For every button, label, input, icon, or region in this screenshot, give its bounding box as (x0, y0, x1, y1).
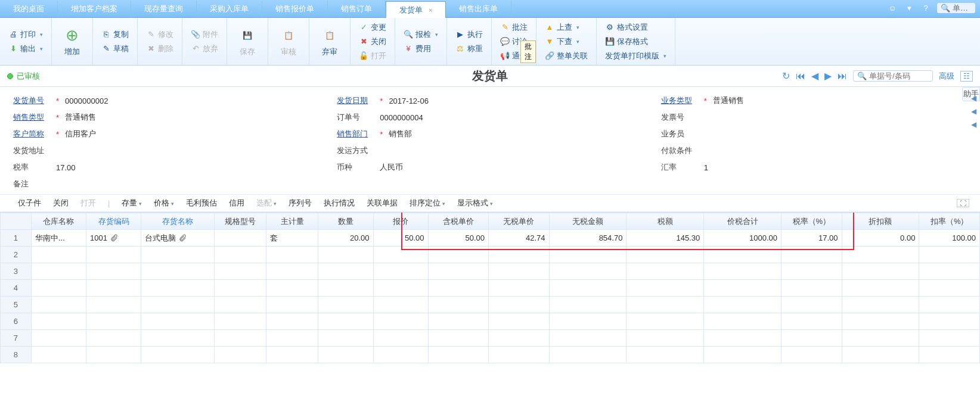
change-button[interactable]: ✓变更 (355, 21, 390, 34)
chevron-left-icon[interactable]: ◀ (971, 94, 976, 102)
sale-type-label: 销售类型 (13, 112, 50, 123)
draft-button[interactable]: ✎草稿 (98, 42, 132, 55)
format-set-button[interactable]: ⚙格式设置 (601, 21, 670, 34)
discuss-button[interactable]: 💬讨论 (497, 35, 531, 48)
tab-delivery[interactable]: 发货单× (386, 1, 446, 18)
col-header[interactable]: 规格型号 (214, 213, 266, 230)
prev-icon[interactable]: ◀ (811, 70, 818, 82)
sb-price-button[interactable]: 价格▾ (154, 198, 174, 208)
notify-button[interactable]: 📢通知 (497, 49, 531, 63)
tab-add-customer[interactable]: 增加客户档案 (58, 1, 131, 17)
help-icon[interactable]: ? (920, 2, 931, 13)
ship-no-label: 发货单号 (13, 95, 50, 106)
delete-button[interactable]: ✖删除 (142, 42, 177, 55)
discard-button[interactable]: ↶放弃 (187, 42, 222, 55)
tab-purchase-in[interactable]: 采购入库单 (197, 1, 262, 17)
col-header[interactable]: 扣率（%） (919, 213, 980, 230)
col-header[interactable]: 税额 (627, 213, 704, 230)
tab-stock-query[interactable]: 现存量查询 (131, 1, 197, 17)
save-button[interactable]: 💾保存 (232, 24, 263, 60)
print-button[interactable]: 🖨打印▾ (5, 28, 46, 41)
table-row[interactable]: 7 (1, 330, 980, 347)
table-row[interactable]: 3 (1, 263, 980, 280)
close-doc-button[interactable]: ✖关闭 (355, 35, 390, 48)
cost-button[interactable]: ¥费用 (400, 42, 442, 55)
col-header[interactable]: 价税合计 (704, 213, 781, 230)
global-search[interactable]: 🔍 (937, 3, 975, 13)
data-grid[interactable]: 仓库名称存货编码存货名称规格型号主计量数量报价含税单价无税单价无税金额税额价税合… (0, 213, 980, 363)
attach-button[interactable]: 📎附件 (187, 28, 222, 41)
down-button[interactable]: ▼下查▾ (541, 35, 591, 48)
open-doc-button[interactable]: 🔓打开 (355, 49, 390, 63)
next-icon[interactable]: ▶ (824, 70, 832, 82)
advanced-link[interactable]: 高级 (939, 71, 954, 82)
expand-icon[interactable]: ⛶ (957, 199, 969, 207)
sb-seq-button[interactable]: 序列号 (289, 198, 312, 208)
sb-exec-button[interactable]: 执行情况 (324, 198, 355, 208)
tab-desktop[interactable]: 我的桌面 (0, 1, 58, 17)
paperclip-icon: 📎 (191, 30, 200, 39)
add-button[interactable]: ⊕增加 (57, 24, 88, 60)
chevron-left-icon[interactable]: ◀ (971, 120, 976, 129)
col-header[interactable] (1, 213, 32, 230)
weigh-button[interactable]: ⚖称重 (452, 42, 486, 55)
smile-icon[interactable]: ☺ (887, 2, 898, 13)
doc-search[interactable]: 🔍 (853, 70, 933, 82)
col-header[interactable]: 无税单价 (489, 213, 550, 230)
tab-sale-out[interactable]: 销售出库单 (446, 1, 511, 17)
table-row[interactable]: 4 (1, 280, 980, 297)
sb-stock-button[interactable]: 存量▾ (122, 198, 142, 208)
global-search-input[interactable] (953, 4, 972, 13)
col-header[interactable]: 折扣额 (842, 213, 919, 230)
table-row[interactable]: 2 (1, 247, 980, 263)
col-header[interactable]: 数量 (318, 213, 373, 230)
grid-icon[interactable]: ☷ (960, 71, 973, 82)
table-row[interactable]: 5 (1, 297, 980, 313)
chevron-left-icon[interactable]: ◀ (971, 107, 976, 116)
close-icon[interactable]: × (429, 7, 432, 14)
sb-credit-button[interactable]: 信用 (229, 198, 244, 208)
chevron-down-icon[interactable]: ▾ (904, 2, 914, 13)
print-tpl-button[interactable]: 发货单打印模版▾ (601, 49, 670, 63)
up-button[interactable]: ▲上查▾ (541, 21, 591, 34)
doc-search-input[interactable] (869, 71, 929, 80)
exec-button[interactable]: ▶执行 (452, 28, 486, 41)
table-row[interactable]: 8 (1, 347, 980, 363)
col-header[interactable]: 主计量 (266, 213, 318, 230)
col-header[interactable]: 存货名称 (141, 213, 215, 230)
table-row[interactable]: 6 (1, 313, 980, 330)
format-save-button[interactable]: 💾保存格式 (601, 35, 670, 48)
wholerel-button[interactable]: 🔗整单关联 (541, 49, 591, 63)
col-header[interactable]: 税率（%） (781, 213, 842, 230)
taxrate-label: 税率 (13, 162, 50, 173)
refresh-icon[interactable]: ↻ (782, 70, 790, 82)
sb-disp-button[interactable]: 显示格式▾ (457, 198, 493, 208)
last-icon[interactable]: ⏭ (838, 71, 847, 82)
col-header[interactable]: 无税金额 (549, 213, 627, 230)
first-icon[interactable]: ⏮ (796, 71, 805, 82)
tab-sale-order[interactable]: 销售订单 (328, 1, 386, 17)
col-header[interactable]: 含税单价 (428, 213, 489, 230)
export-button[interactable]: ⬇输出▾ (5, 42, 46, 55)
audit-button[interactable]: 📋审核 (273, 24, 304, 60)
sb-rel-button[interactable]: 关联单据 (367, 198, 398, 208)
sb-gross-button[interactable]: 毛利预估 (186, 198, 217, 208)
col-header[interactable]: 仓库名称 (31, 213, 86, 230)
only-child-button[interactable]: 仅子件 (18, 198, 41, 208)
note-button[interactable]: ✎批注 (497, 21, 531, 34)
dept-value: 销售部 (389, 129, 412, 139)
unaudit-button[interactable]: 📋弃审 (314, 24, 345, 60)
inspect-button[interactable]: 🔍报检▾ (400, 28, 442, 41)
table-row[interactable]: 1华南中...1001 台式电脑 套20.0050.0050.0042.7485… (1, 230, 980, 247)
sb-pick-button[interactable]: 选配▾ (256, 198, 277, 208)
gear-icon: ⚙ (605, 23, 615, 32)
ribbon: 🖨打印▾ ⬇输出▾ ⊕增加 ⎘复制 ✎草稿 ✎修改 ✖删除 📎附件 ↶放弃 💾保… (0, 18, 980, 66)
col-header[interactable]: 存货编码 (86, 213, 141, 230)
sb-sort-button[interactable]: 排序定位▾ (410, 198, 445, 208)
sb-close-button[interactable]: 关闭 (53, 198, 69, 208)
modify-button[interactable]: ✎修改 (142, 28, 177, 41)
col-header[interactable]: 报价 (373, 213, 428, 230)
copy-button[interactable]: ⎘复制 (98, 28, 132, 41)
tab-sale-quote[interactable]: 销售报价单 (262, 1, 328, 17)
sb-open-button[interactable]: 打开 (80, 198, 96, 208)
